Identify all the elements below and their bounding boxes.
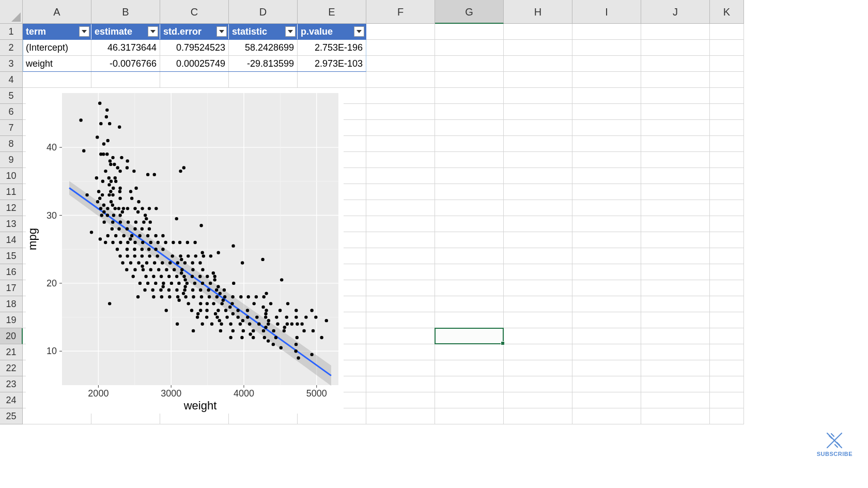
cell-K5[interactable] <box>710 88 744 104</box>
cell-H20[interactable] <box>504 328 572 344</box>
cell-J25[interactable] <box>641 408 710 424</box>
column-header-G[interactable]: G <box>435 0 504 24</box>
row-header-6[interactable]: 6 <box>0 104 23 120</box>
cell-G1[interactable] <box>435 24 504 40</box>
cell-F16[interactable] <box>366 264 435 280</box>
cell-G12[interactable] <box>435 200 504 216</box>
cell-I16[interactable] <box>572 264 641 280</box>
cell-H24[interactable] <box>504 392 572 408</box>
row-header-14[interactable]: 14 <box>0 232 23 248</box>
cell-G16[interactable] <box>435 264 504 280</box>
cell-C2[interactable]: 0.79524523 <box>160 40 229 56</box>
row-header-1[interactable]: 1 <box>0 24 23 40</box>
cell-K16[interactable] <box>710 264 744 280</box>
cell-J24[interactable] <box>641 392 710 408</box>
cell-F20[interactable] <box>366 328 435 344</box>
cell-H17[interactable] <box>504 280 572 296</box>
cell-K4[interactable] <box>710 72 744 88</box>
row-header-2[interactable]: 2 <box>0 40 23 56</box>
cell-K12[interactable] <box>710 200 744 216</box>
cell-G13[interactable] <box>435 216 504 232</box>
cell-E2[interactable]: 2.753E-196 <box>298 40 366 56</box>
cell-H23[interactable] <box>504 376 572 392</box>
cell-H12[interactable] <box>504 200 572 216</box>
cell-J10[interactable] <box>641 168 710 184</box>
cell-J6[interactable] <box>641 104 710 120</box>
cell-F5[interactable] <box>366 88 435 104</box>
cell-K3[interactable] <box>710 56 744 72</box>
cell-F3[interactable] <box>366 56 435 72</box>
cell-I25[interactable] <box>572 408 641 424</box>
cell-G23[interactable] <box>435 376 504 392</box>
cell-F24[interactable] <box>366 392 435 408</box>
cell-C4[interactable] <box>160 72 229 88</box>
column-header-K[interactable]: K <box>710 0 744 24</box>
select-all-corner[interactable] <box>0 0 23 24</box>
column-header-J[interactable]: J <box>641 0 710 24</box>
row-header-25[interactable]: 25 <box>0 408 23 424</box>
cell-H1[interactable] <box>504 24 572 40</box>
cell-D1[interactable]: statistic <box>229 24 298 40</box>
cell-J14[interactable] <box>641 232 710 248</box>
cell-D3[interactable]: -29.813599 <box>229 56 298 72</box>
cell-H16[interactable] <box>504 264 572 280</box>
cell-J15[interactable] <box>641 248 710 264</box>
cell-A3[interactable]: weight <box>23 56 91 72</box>
row-header-8[interactable]: 8 <box>0 136 23 152</box>
cell-K25[interactable] <box>710 408 744 424</box>
cell-G15[interactable] <box>435 248 504 264</box>
cell-H25[interactable] <box>504 408 572 424</box>
row-header-23[interactable]: 23 <box>0 376 23 392</box>
cell-H15[interactable] <box>504 248 572 264</box>
cell-I7[interactable] <box>572 120 641 136</box>
cell-J8[interactable] <box>641 136 710 152</box>
cell-J12[interactable] <box>641 200 710 216</box>
cell-G5[interactable] <box>435 88 504 104</box>
filter-dropdown-icon[interactable] <box>285 26 296 37</box>
column-header-D[interactable]: D <box>229 0 298 24</box>
cell-J13[interactable] <box>641 216 710 232</box>
row-header-13[interactable]: 13 <box>0 216 23 232</box>
cell-I23[interactable] <box>572 376 641 392</box>
cell-I18[interactable] <box>572 296 641 312</box>
cell-K17[interactable] <box>710 280 744 296</box>
cell-F4[interactable] <box>366 72 435 88</box>
cell-J1[interactable] <box>641 24 710 40</box>
cell-F7[interactable] <box>366 120 435 136</box>
cell-B4[interactable] <box>91 72 160 88</box>
cell-I20[interactable] <box>572 328 641 344</box>
filter-dropdown-icon[interactable] <box>216 26 227 37</box>
cell-F23[interactable] <box>366 376 435 392</box>
cell-H18[interactable] <box>504 296 572 312</box>
cell-F21[interactable] <box>366 344 435 360</box>
cell-G9[interactable] <box>435 152 504 168</box>
cell-G7[interactable] <box>435 120 504 136</box>
cell-H8[interactable] <box>504 136 572 152</box>
cell-G22[interactable] <box>435 360 504 376</box>
cell-F25[interactable] <box>366 408 435 424</box>
cell-F9[interactable] <box>366 152 435 168</box>
cell-I1[interactable] <box>572 24 641 40</box>
cell-G20[interactable] <box>435 328 504 344</box>
cell-K1[interactable] <box>710 24 744 40</box>
cell-G8[interactable] <box>435 136 504 152</box>
cell-J2[interactable] <box>641 40 710 56</box>
cell-H22[interactable] <box>504 360 572 376</box>
cell-H10[interactable] <box>504 168 572 184</box>
cell-H19[interactable] <box>504 312 572 328</box>
cell-K8[interactable] <box>710 136 744 152</box>
filter-dropdown-icon[interactable] <box>354 26 364 37</box>
cell-K23[interactable] <box>710 376 744 392</box>
filter-dropdown-icon[interactable] <box>148 26 158 37</box>
cell-I13[interactable] <box>572 216 641 232</box>
cell-J18[interactable] <box>641 296 710 312</box>
cell-K11[interactable] <box>710 184 744 200</box>
cell-J7[interactable] <box>641 120 710 136</box>
row-header-4[interactable]: 4 <box>0 72 23 88</box>
row-header-7[interactable]: 7 <box>0 120 23 136</box>
cell-K21[interactable] <box>710 344 744 360</box>
row-header-18[interactable]: 18 <box>0 296 23 312</box>
cell-G25[interactable] <box>435 408 504 424</box>
cell-F6[interactable] <box>366 104 435 120</box>
cell-I6[interactable] <box>572 104 641 120</box>
